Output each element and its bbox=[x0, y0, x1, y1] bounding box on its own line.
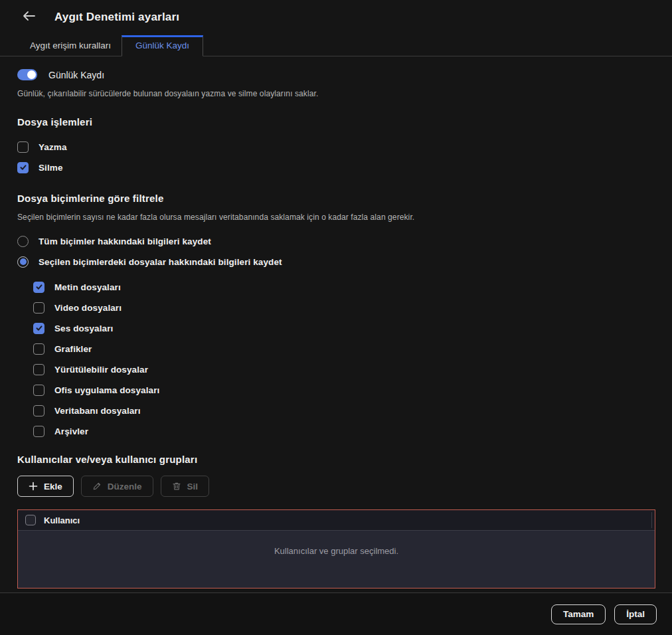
users-column-header: Kullanıcı bbox=[44, 515, 80, 525]
format-checkbox[interactable] bbox=[33, 282, 44, 293]
format-checkbox[interactable] bbox=[33, 364, 44, 375]
users-table-body: Kullanıcılar ve gruplar seçilmedi. bbox=[18, 531, 655, 588]
empty-state-text: Kullanıcılar ve gruplar seçilmedi. bbox=[274, 546, 398, 556]
tab-logging[interactable]: Günlük Kaydı bbox=[122, 35, 203, 56]
format-checkbox[interactable] bbox=[33, 426, 44, 437]
logging-toggle-label: Günlük Kaydı bbox=[48, 70, 104, 80]
format-checkbox[interactable] bbox=[33, 302, 44, 314]
delete-button[interactable]: Sil bbox=[161, 476, 210, 497]
format-checkbox-list: Metin dosyalarıVideo dosyalarıSes dosyal… bbox=[17, 281, 655, 437]
format-checkbox-row: Grafikler bbox=[33, 343, 655, 355]
format-checkbox[interactable] bbox=[33, 385, 44, 396]
format-checkbox-row: Yürütülebilir dosyalar bbox=[33, 363, 655, 375]
checkbox-label: Yazma bbox=[39, 142, 67, 152]
add-button-label: Ekle bbox=[44, 482, 62, 492]
delete-button-label: Sil bbox=[187, 482, 199, 492]
format-checkbox-label: Ses dosyaları bbox=[54, 323, 113, 333]
users-toolbar: Ekle Düzenle Sil bbox=[17, 476, 655, 497]
format-checkbox-label: Veritabanı dosyaları bbox=[54, 406, 141, 416]
checkbox-row-yazma: Yazma bbox=[17, 141, 655, 153]
add-button[interactable]: Ekle bbox=[17, 476, 74, 497]
arrow-left-icon bbox=[23, 11, 36, 24]
format-checkbox-row: Video dosyaları bbox=[33, 302, 655, 314]
format-checkbox-row: Ses dosyaları bbox=[33, 322, 655, 334]
checkbox-yazma[interactable] bbox=[17, 141, 29, 153]
ok-button[interactable]: Tamam bbox=[551, 604, 606, 624]
format-checkbox[interactable] bbox=[33, 343, 44, 355]
tab-content: Günlük Kaydı Günlük, çıkarılabilir sürüc… bbox=[0, 56, 672, 592]
logging-toggle-row: Günlük Kaydı bbox=[17, 69, 655, 80]
format-checkbox-row: Veritabanı dosyaları bbox=[33, 405, 655, 416]
back-button[interactable] bbox=[21, 9, 37, 25]
pencil-icon bbox=[92, 482, 102, 491]
format-checkbox-row: Arşivler bbox=[33, 425, 655, 437]
format-checkbox-label: Arşivler bbox=[54, 426, 88, 436]
users-table-header: Kullanıcı bbox=[18, 510, 655, 531]
cancel-button[interactable]: İptal bbox=[614, 604, 657, 624]
radio-label: Tüm biçimler hakkındaki bilgileri kaydet bbox=[39, 236, 211, 246]
radio-row-all-formats: Tüm biçimler hakkındaki bilgileri kaydet bbox=[17, 235, 655, 247]
format-checkbox-label: Metin dosyaları bbox=[54, 282, 121, 292]
plus-icon bbox=[29, 482, 38, 491]
checkbox-silme[interactable] bbox=[17, 162, 29, 173]
format-checkbox[interactable] bbox=[33, 323, 44, 334]
header: Aygıt Denetimi ayarları bbox=[0, 0, 672, 35]
edit-button[interactable]: Düzenle bbox=[81, 476, 153, 497]
check-icon bbox=[35, 324, 43, 332]
format-filter-description: Seçilen biçimlerin sayısı ne kadar fazla… bbox=[17, 213, 655, 222]
checkbox-label: Silme bbox=[39, 163, 63, 173]
format-checkbox-label: Grafikler bbox=[54, 344, 92, 354]
format-checkbox-row: Metin dosyaları bbox=[33, 281, 655, 293]
check-icon bbox=[19, 163, 27, 171]
logging-description: Günlük, çıkarılabilir sürücülerde buluna… bbox=[17, 89, 655, 98]
format-checkbox[interactable] bbox=[33, 405, 44, 416]
radio-label: Seçilen biçimlerdeki dosyalar hakkındaki… bbox=[39, 257, 282, 267]
edit-button-label: Düzenle bbox=[108, 482, 142, 492]
format-checkbox-label: Video dosyaları bbox=[54, 303, 122, 313]
format-filter-heading: Dosya biçimlerine göre filtrele bbox=[17, 193, 655, 204]
file-operations-heading: Dosya işlemleri bbox=[17, 116, 655, 128]
users-table: Kullanıcı Kullanıcılar ve gruplar seçilm… bbox=[17, 509, 655, 589]
radio-selected-formats[interactable] bbox=[17, 256, 29, 268]
check-icon bbox=[35, 283, 43, 291]
tab-bar: Aygıt erişim kuralları Günlük Kaydı bbox=[0, 35, 672, 56]
logging-toggle[interactable] bbox=[17, 69, 37, 80]
radio-dot bbox=[20, 258, 27, 265]
page-title: Aygıt Denetimi ayarları bbox=[54, 11, 179, 24]
checkbox-row-silme: Silme bbox=[17, 161, 655, 173]
toggle-knob bbox=[27, 70, 36, 79]
format-checkbox-row: Ofis uygulama dosyaları bbox=[33, 384, 655, 396]
users-heading: Kullanıcılar ve/veya kullanıcı grupları bbox=[17, 454, 655, 465]
trash-icon bbox=[172, 482, 181, 491]
format-checkbox-label: Yürütülebilir dosyalar bbox=[54, 365, 148, 375]
radio-row-selected-formats: Seçilen biçimlerdeki dosyalar hakkındaki… bbox=[17, 256, 655, 268]
footer-bar: Tamam İptal bbox=[0, 592, 672, 635]
device-control-settings-dialog: Aygıt Denetimi ayarları Aygıt erişim kur… bbox=[0, 0, 672, 635]
tab-device-access-rules[interactable]: Aygıt erişim kuralları bbox=[19, 36, 122, 56]
radio-all-formats[interactable] bbox=[17, 236, 29, 247]
format-checkbox-label: Ofis uygulama dosyaları bbox=[54, 385, 159, 395]
select-all-checkbox[interactable] bbox=[25, 515, 36, 525]
